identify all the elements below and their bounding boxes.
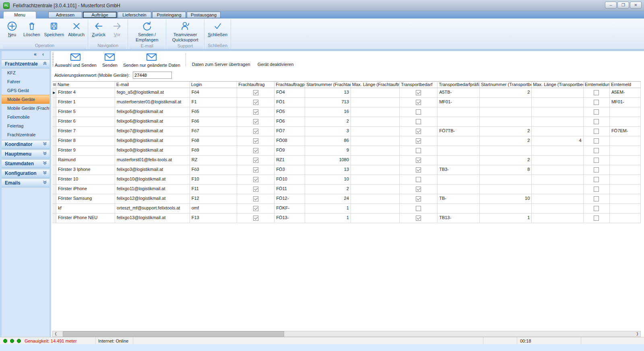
row-selector[interactable] (52, 107, 56, 117)
cell-frachtauftragpr-fix[interactable]: FÖ1 (275, 98, 305, 107)
cell-checkbox[interactable] (584, 88, 610, 97)
cell-e-mail[interactable]: musterfoerster01@logistikmail.at (115, 98, 190, 107)
cell-checkbox[interactable] (400, 127, 438, 136)
table-row[interactable]: ▶Förster 4fego_a5@logistikmail.atFö4FÖ41… (52, 88, 641, 98)
row-selector[interactable] (52, 213, 56, 223)
cell-checkbox[interactable] (237, 117, 275, 126)
cell-max-l-nge-frachtauftrag[interactable] (351, 117, 400, 126)
cell-checkbox[interactable] (400, 165, 438, 174)
cell-transportbedarfpr-fix[interactable] (438, 117, 480, 126)
sidebar-item-mobile-ger-te-frachtgo[interactable]: Mobile Geräte (FrachtGO) (2, 104, 50, 113)
abbruch-button[interactable]: Abbruch (66, 20, 87, 37)
column-header-max-l-nge-frachtauftrag[interactable]: Max. Länge (Frachtauftrag) (351, 82, 400, 88)
cell-max-l-nge-transportbedarf[interactable] (532, 107, 583, 117)
column-header-erntemeldung[interactable]: Erntemeldung (584, 82, 610, 88)
table-row[interactable]: Förster Samsungfelixgo12@logistikmail.at… (52, 194, 641, 204)
cell-frachtauftragpr-fix[interactable]: FÖ08 (275, 136, 305, 146)
cell-name[interactable]: Förster 9 (56, 146, 115, 155)
cell-checkbox[interactable] (584, 98, 610, 107)
cell-startnummer-transportbedarf[interactable] (480, 117, 532, 126)
toolbar-drag-handle[interactable] (52, 53, 54, 67)
cell-checkbox[interactable] (237, 213, 275, 223)
cell-name[interactable]: Förster iPhone (56, 185, 115, 194)
checkbox-unchecked-icon[interactable] (594, 177, 599, 182)
cell-frachtauftragpr-fix[interactable]: FÖ11 (275, 185, 305, 194)
cell-max-l-nge-transportbedarf[interactable] (532, 165, 583, 174)
cell-frachtauftragpr-fix[interactable]: FÖ6 (275, 117, 305, 126)
checkbox-checked-icon[interactable] (416, 187, 421, 192)
cell-startnummer-transportbedarf[interactable] (480, 185, 532, 194)
checkbox-unchecked-icon[interactable] (594, 129, 599, 134)
cell-login[interactable]: F13 (190, 213, 237, 223)
cell-name[interactable]: Förster 1 (56, 98, 115, 107)
row-selector[interactable] (52, 136, 56, 146)
close-button[interactable]: ✕ (630, 2, 642, 8)
row-selector[interactable] (52, 127, 56, 136)
cell-checkbox[interactable] (237, 88, 275, 97)
cell-erntemeld[interactable] (610, 185, 641, 194)
cell-checkbox[interactable] (584, 175, 610, 184)
senden-nur-ge-nderte-daten-button[interactable]: Senden nur geänderte Daten (120, 53, 183, 68)
cell-startnummer-frachtauftrag[interactable]: 13 (305, 165, 351, 174)
checkbox-checked-icon[interactable] (253, 196, 258, 201)
cell-checkbox[interactable] (237, 194, 275, 203)
cell-frachtauftragpr-fix[interactable]: FÖ4 (275, 88, 305, 97)
checkbox-unchecked-icon[interactable] (416, 206, 421, 211)
checkbox-unchecked-icon[interactable] (594, 109, 599, 115)
cell-transportbedarfpr-fix[interactable] (438, 204, 480, 213)
row-selector[interactable] (52, 117, 56, 126)
cell-name[interactable]: Förster 7 (56, 127, 115, 136)
cell-login[interactable]: Fö9 (190, 146, 237, 155)
cell-name[interactable]: Förster 3 Iphone (56, 165, 115, 174)
column-header-login[interactable]: Login (190, 82, 237, 88)
cell-startnummer-transportbedarf[interactable] (480, 107, 532, 117)
table-row[interactable]: Förster iPhonefelixgo11@logistikmail.atF… (52, 185, 641, 194)
minimize-button[interactable]: – (605, 2, 617, 8)
cell-transportbedarfpr-fix[interactable] (438, 175, 480, 184)
cell-checkbox[interactable] (237, 98, 275, 107)
cell-checkbox[interactable] (584, 136, 610, 146)
cell-transportbedarfpr-fix[interactable] (438, 156, 480, 165)
cell-login[interactable]: F10 (190, 175, 237, 184)
cell-checkbox[interactable] (584, 185, 610, 194)
speichern-button[interactable]: Speichern (42, 20, 66, 37)
checkbox-checked-icon[interactable] (253, 129, 258, 134)
cell-max-l-nge-transportbedarf[interactable] (532, 194, 583, 203)
checkbox-checked-icon[interactable] (416, 90, 421, 95)
cell-checkbox[interactable] (584, 194, 610, 203)
checkbox-checked-icon[interactable] (253, 187, 258, 192)
table-row[interactable]: Förster 5felixgo5@logistikmail.atFö5FÖ51… (52, 107, 641, 117)
cell-checkbox[interactable] (584, 204, 610, 213)
cell-checkbox[interactable] (237, 146, 275, 155)
cell-e-mail[interactable]: felixgo7@logistikmail.at (115, 127, 190, 136)
table-row[interactable]: kforteszt_mf@support.felixtools.atomfFÖK… (52, 204, 641, 213)
schlie-en-button[interactable]: Schließen (206, 20, 229, 37)
column-header-frachtauftragpr-fix[interactable]: Frachtauftragpräfix (275, 82, 305, 88)
cell-erntemeld[interactable] (610, 156, 641, 165)
cell-startnummer-frachtauftrag[interactable]: 1 (305, 204, 351, 213)
cell-transportbedarfpr-fix[interactable]: TB13- (438, 213, 480, 223)
checkbox-checked-icon[interactable] (416, 196, 421, 201)
cell-e-mail[interactable]: felixgo12@logistikmail.at (115, 194, 190, 203)
table-row[interactable]: Raimundmusterforst01@felix-tools.atRZRZ1… (52, 156, 641, 165)
sidebar-item-kfz[interactable]: KFZ (2, 68, 50, 77)
cell-login[interactable]: omf (190, 204, 237, 213)
neu-button[interactable]: Neu (3, 20, 21, 37)
column-chooser-icon[interactable] (52, 82, 56, 88)
cell-startnummer-transportbedarf[interactable]: 10 (480, 194, 532, 203)
checkbox-checked-icon[interactable] (416, 216, 421, 221)
cell-max-l-nge-frachtauftrag[interactable] (351, 136, 400, 146)
scroll-left-icon[interactable]: ❬ (53, 331, 59, 337)
checkbox-checked-icon[interactable] (416, 167, 421, 172)
cell-name[interactable]: Förster 10 (56, 175, 115, 184)
cell-transportbedarfpr-fix[interactable]: A5TB- (438, 88, 480, 97)
cell-name[interactable]: Raimund (56, 156, 115, 165)
column-header-name[interactable]: Name (56, 82, 115, 88)
table-row[interactable]: Förster 6felixgo6@logistikmail.atFö6FÖ62 (52, 117, 641, 127)
checkbox-unchecked-icon[interactable] (594, 196, 599, 201)
cell-transportbedarfpr-fix[interactable]: FÖ7TB- (438, 127, 480, 136)
table-row[interactable]: Förster iPhone NEUfelixgo13@logistikmail… (52, 213, 641, 223)
cell-name[interactable]: Förster Samsung (56, 194, 115, 203)
checkbox-checked-icon[interactable] (253, 216, 258, 221)
checkbox-checked-icon[interactable] (253, 109, 258, 115)
